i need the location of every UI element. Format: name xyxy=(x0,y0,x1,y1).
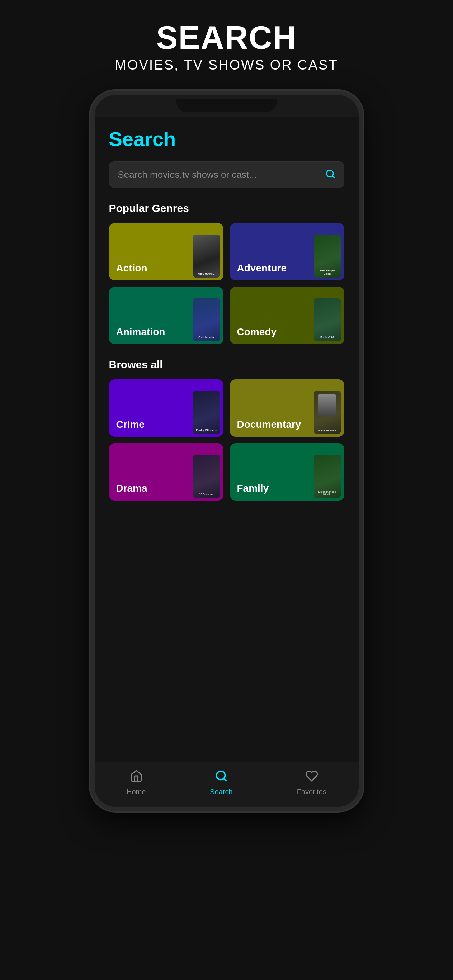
genre-label-comedy: Comedy xyxy=(237,326,276,338)
search-input[interactable] xyxy=(118,169,325,180)
popular-genres-title: Popular Genres xyxy=(109,202,345,215)
poster-action: MECHANIC xyxy=(193,234,220,278)
app-container: SEARCH MOVIES, TV SHOWS OR CAST Search xyxy=(0,0,453,980)
search-heading: Search xyxy=(109,127,345,151)
genre-label-crime: Crime xyxy=(116,419,145,430)
genre-label-animation: Animation xyxy=(116,326,165,338)
genre-card-documentary[interactable]: Documentary Social Network xyxy=(230,379,345,437)
browse-all-title: Browes all xyxy=(109,359,345,371)
svg-line-3 xyxy=(224,778,226,781)
svg-line-1 xyxy=(332,176,334,178)
nav-item-home[interactable]: Home xyxy=(127,770,146,796)
genre-card-crime[interactable]: Crime Peaky Blinders xyxy=(109,379,223,437)
promo-header: SEARCH MOVIES, TV SHOWS OR CAST xyxy=(115,0,338,87)
poster-animation: Cinderella xyxy=(193,298,220,341)
nav-label-favorites: Favorites xyxy=(297,788,326,796)
genre-label-drama: Drama xyxy=(116,483,147,494)
search-icon xyxy=(325,169,335,180)
genre-card-action[interactable]: Action MECHANIC xyxy=(109,223,223,280)
genre-label-action: Action xyxy=(116,262,147,274)
genre-card-adventure[interactable]: Adventure The Jungle Book xyxy=(230,223,345,280)
genre-label-family: Family xyxy=(237,483,269,494)
phone-content: Search Popular Genres Action xyxy=(95,116,359,762)
phone-notch xyxy=(177,99,277,112)
nav-item-search[interactable]: Search xyxy=(210,770,233,796)
poster-crime: Peaky Blinders xyxy=(193,391,220,434)
genre-label-documentary: Documentary xyxy=(237,419,301,430)
poster-documentary: Social Network xyxy=(314,391,341,434)
bottom-nav: Home Search Favorites xyxy=(95,762,359,807)
popular-genres-grid: Action MECHANIC Adventure The Jungle Boo… xyxy=(109,223,345,344)
poster-comedy: Rick & M xyxy=(314,298,341,341)
genre-card-drama[interactable]: Drama 13 Reasons xyxy=(109,443,223,501)
search-nav-icon xyxy=(215,770,228,786)
nav-item-favorites[interactable]: Favorites xyxy=(297,770,326,796)
promo-subtitle: MOVIES, TV SHOWS OR CAST xyxy=(115,57,338,73)
phone-frame: Search Popular Genres Action xyxy=(90,91,363,811)
phone-notch-area xyxy=(95,95,359,116)
genre-label-adventure: Adventure xyxy=(237,262,287,274)
nav-label-search: Search xyxy=(210,788,233,796)
genre-card-family[interactable]: Family Malcolm in the Middle xyxy=(230,443,345,501)
nav-label-home: Home xyxy=(127,788,146,796)
home-icon xyxy=(130,770,143,786)
promo-title: SEARCH xyxy=(115,22,338,54)
browse-all-grid: Crime Peaky Blinders Documentary xyxy=(109,379,345,501)
poster-adventure: The Jungle Book xyxy=(314,234,341,278)
heart-icon xyxy=(305,770,318,786)
genre-card-comedy[interactable]: Comedy Rick & M xyxy=(230,287,345,344)
poster-family: Malcolm in the Middle xyxy=(314,455,341,498)
poster-drama: 13 Reasons xyxy=(193,455,220,498)
search-bar[interactable] xyxy=(109,161,345,188)
genre-card-animation[interactable]: Animation Cinderella xyxy=(109,287,223,344)
